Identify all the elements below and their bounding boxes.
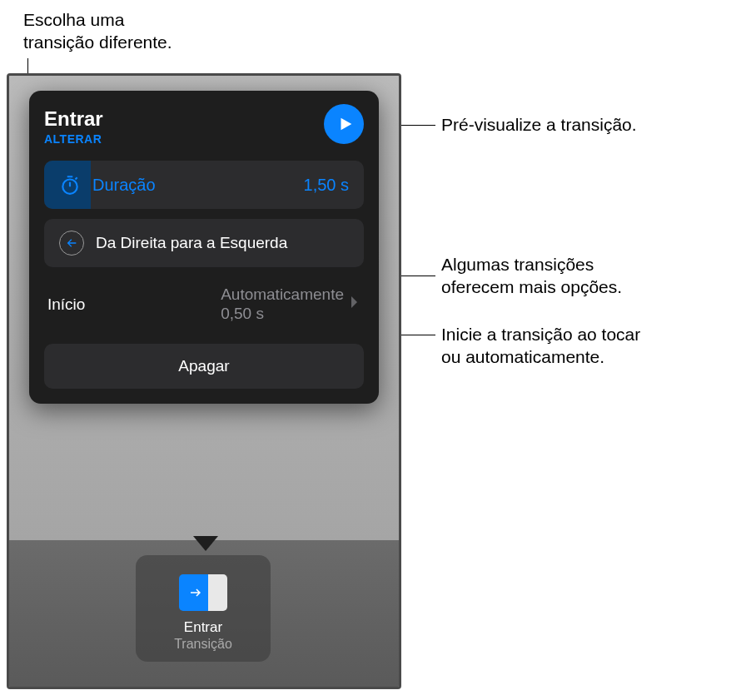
start-value-delay: 0,50 s — [221, 305, 264, 324]
play-icon — [336, 115, 355, 133]
transition-chip[interactable]: Entrar Transição — [136, 555, 271, 662]
popover-title: Entrar — [44, 107, 103, 131]
popover-arrow — [193, 536, 218, 551]
callout-start: Inicie a transição ao tocarou automatica… — [441, 323, 640, 369]
start-value-mode: Automaticamente — [221, 285, 344, 305]
popover-title-block: Entrar ALTERAR — [44, 107, 103, 146]
direction-button[interactable]: Da Direita para a Esquerda — [44, 219, 364, 267]
callout-preview: Pré-visualize a transição. — [441, 113, 637, 136]
timer-icon — [59, 174, 81, 196]
callout-change: Escolha umatransição diferente. — [23, 8, 172, 54]
arrow-right-icon — [188, 585, 203, 600]
transition-icon — [179, 574, 227, 611]
chip-title: Entrar — [184, 619, 222, 636]
delete-button[interactable]: Apagar — [44, 344, 364, 389]
chip-subtitle: Transição — [174, 637, 232, 652]
duration-slider[interactable]: Duração 1,50 s — [44, 161, 364, 209]
transition-popover: Entrar ALTERAR Duração 1,50 s Da Direita… — [29, 91, 379, 404]
start-label: Início — [47, 295, 221, 314]
callout-options: Algumas transiçõesoferecem mais opções. — [441, 253, 622, 299]
direction-label: Da Direita para a Esquerda — [96, 234, 287, 252]
duration-value: 1,50 s — [304, 176, 349, 195]
change-button[interactable]: ALTERAR — [44, 132, 103, 146]
chevron-right-icon — [351, 295, 359, 313]
popover-header: Entrar ALTERAR — [44, 107, 364, 146]
app-frame: Entrar ALTERAR Duração 1,50 s Da Direita… — [7, 73, 401, 689]
svg-line-3 — [76, 177, 77, 179]
arrow-left-icon — [59, 231, 84, 256]
preview-button[interactable] — [324, 104, 364, 144]
duration-label: Duração — [92, 176, 304, 195]
start-value-block: Automaticamente 0,50 s — [221, 285, 344, 324]
start-row[interactable]: Início Automaticamente 0,50 s — [44, 274, 364, 335]
